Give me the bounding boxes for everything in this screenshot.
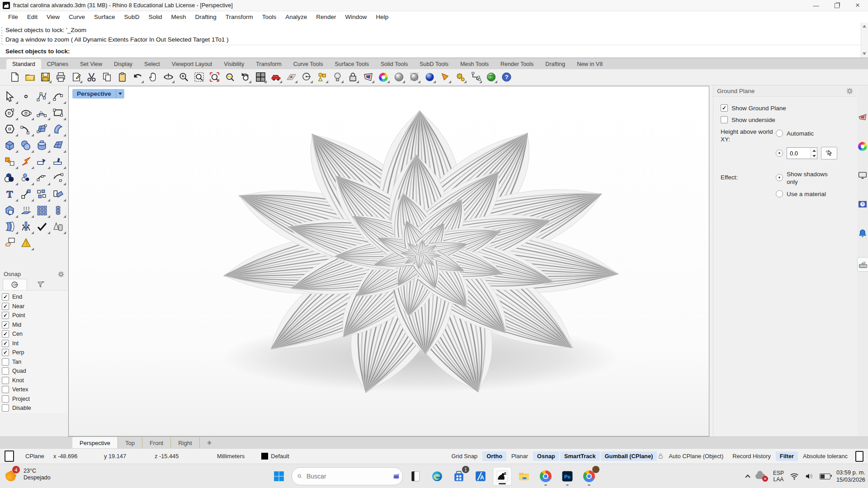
scroll-down-icon[interactable]: [863, 52, 866, 55]
tool-render-preview-button[interactable]: [2, 235, 18, 251]
checkbox[interactable]: ✓: [2, 330, 9, 338]
osnap-disable[interactable]: Disable: [2, 404, 68, 413]
hide-objects-button[interactable]: [331, 71, 344, 84]
menu-edit[interactable]: Edit: [23, 12, 42, 22]
viewport-tab-right[interactable]: Right: [171, 437, 199, 449]
autocad-app-button[interactable]: A: [472, 467, 490, 485]
search-input[interactable]: [306, 472, 389, 480]
tool-explode-button[interactable]: [2, 153, 18, 169]
menu-subd[interactable]: SubD: [120, 12, 144, 22]
units-indicator[interactable]: Millimeters: [213, 451, 249, 461]
toolbar-tab-curve-tools[interactable]: Curve Tools: [288, 59, 329, 70]
toolbar-tab-display[interactable]: Display: [108, 59, 138, 70]
rotate-view-button[interactable]: [162, 71, 175, 84]
current-layer[interactable]: Default: [257, 453, 294, 460]
tool-ellipse-button[interactable]: [18, 104, 34, 121]
viewport-tab-front[interactable]: Front: [142, 437, 171, 449]
render-mesh-button[interactable]: [408, 71, 420, 84]
restore-button[interactable]: [826, 0, 847, 11]
zoom-selected-button[interactable]: [223, 71, 236, 84]
minimize-button[interactable]: —: [806, 0, 826, 11]
tool-curve-button[interactable]: [50, 88, 66, 104]
osnap-tan[interactable]: Tan: [2, 357, 68, 367]
toolbar-tab-standard[interactable]: Standard: [6, 59, 41, 70]
osnap-toggle[interactable]: Osnap: [533, 451, 559, 461]
osnap-knot[interactable]: Knot: [2, 376, 68, 385]
viewport-tab-top[interactable]: Top: [118, 437, 142, 449]
manual-height-radio[interactable]: ●: [776, 150, 783, 157]
close-button[interactable]: ×: [847, 0, 868, 11]
spin-up-icon[interactable]: [812, 150, 816, 152]
viewport-layout-button[interactable]: [254, 71, 267, 84]
help-panel-tab[interactable]: ?: [858, 199, 868, 209]
menu-drafting[interactable]: Drafting: [190, 12, 221, 22]
viewport-tab-perspective[interactable]: Perspective: [72, 437, 118, 449]
perspective-viewport[interactable]: Perspective: [68, 86, 709, 436]
menu-mesh[interactable]: Mesh: [166, 12, 190, 22]
grid-snap-toggle[interactable]: Grid Snap: [448, 451, 482, 461]
new-viewport-tab-button[interactable]: [200, 437, 219, 449]
tool-arc-button[interactable]: [34, 104, 50, 121]
undo-button[interactable]: [131, 71, 144, 84]
menu-tools[interactable]: Tools: [258, 12, 281, 22]
battery-icon[interactable]: [820, 474, 830, 479]
checkbox[interactable]: ✓: [2, 293, 9, 300]
command-scrollbar[interactable]: [861, 23, 868, 57]
undo-view-change-button[interactable]: [239, 71, 251, 84]
named-view-button[interactable]: [300, 71, 313, 84]
tool-sphere-button[interactable]: [18, 137, 34, 153]
menu-help[interactable]: Help: [372, 12, 393, 22]
tool-rectangle-button[interactable]: [50, 104, 66, 121]
tool-split-button[interactable]: [50, 153, 66, 169]
use-material-radio[interactable]: [776, 190, 783, 197]
color-wheel-button[interactable]: [377, 71, 390, 84]
tool-trim-button[interactable]: [34, 153, 50, 169]
tool-point-button[interactable]: [18, 88, 34, 104]
gumball-toggle[interactable]: Gumball (CPlane): [601, 451, 657, 461]
zoom-dynamic-button[interactable]: [177, 71, 190, 84]
tool-point-cloud-button[interactable]: [18, 169, 34, 186]
show-ground-plane-checkbox[interactable]: ✓: [721, 104, 728, 112]
onedrive-error-icon[interactable]: ✕: [755, 472, 767, 481]
tool-array-along-curve-button[interactable]: [50, 202, 66, 218]
checkbox[interactable]: ✓: [2, 303, 9, 310]
toolbar-tab-set-view[interactable]: Set View: [74, 59, 108, 70]
toolbar-tab-drafting[interactable]: Drafting: [539, 59, 571, 70]
osnap-filter-tab[interactable]: [29, 279, 52, 290]
edit-document-button[interactable]: [70, 71, 82, 84]
wifi-icon[interactable]: [790, 473, 799, 480]
edge-app-button[interactable]: [428, 467, 446, 485]
tool-surface-loft-button[interactable]: [50, 121, 66, 137]
chrome-app-button[interactable]: [537, 467, 555, 485]
tool-circle-button[interactable]: [2, 104, 18, 121]
zoom-window-button[interactable]: [193, 71, 205, 84]
tray-expand-icon[interactable]: [745, 474, 750, 479]
tool-blend-curves-button[interactable]: [50, 169, 66, 186]
osnap-cen[interactable]: ✓Cen: [2, 329, 68, 339]
menu-solid[interactable]: Solid: [144, 12, 166, 22]
menu-render[interactable]: Render: [311, 12, 340, 22]
command-prompt[interactable]: Select objects to lock:: [0, 45, 861, 57]
checkbox[interactable]: [2, 395, 9, 403]
spin-down-icon[interactable]: [812, 155, 816, 157]
open-file-button[interactable]: [24, 71, 36, 84]
tray-clock[interactable]: 03:59 p. m. 15/03/2026: [836, 469, 865, 483]
tool-polygon-button[interactable]: [2, 121, 18, 137]
tool-control-point-curve-button[interactable]: [34, 88, 50, 104]
osnap-project[interactable]: Project: [2, 394, 68, 404]
height-spinner[interactable]: [811, 148, 817, 159]
color-panel-tab[interactable]: [858, 141, 868, 151]
smarttrack-toggle[interactable]: SmartTrack: [560, 451, 600, 461]
pan-view-button[interactable]: [146, 71, 159, 84]
auto-cplane-toggle[interactable]: Auto CPlane (Object): [665, 451, 727, 461]
dimension-button[interactable]: [469, 71, 482, 84]
photoshop-app-button[interactable]: Ps: [558, 467, 576, 485]
scroll-up-icon[interactable]: [863, 25, 866, 28]
tool-select-button[interactable]: [2, 88, 18, 104]
menu-curve[interactable]: Curve: [64, 12, 90, 22]
print-button[interactable]: [54, 71, 67, 84]
save-button[interactable]: [39, 71, 52, 84]
widgets-app-button[interactable]: [406, 467, 425, 485]
pick-height-button[interactable]: [821, 147, 837, 160]
group-button[interactable]: [316, 71, 328, 84]
